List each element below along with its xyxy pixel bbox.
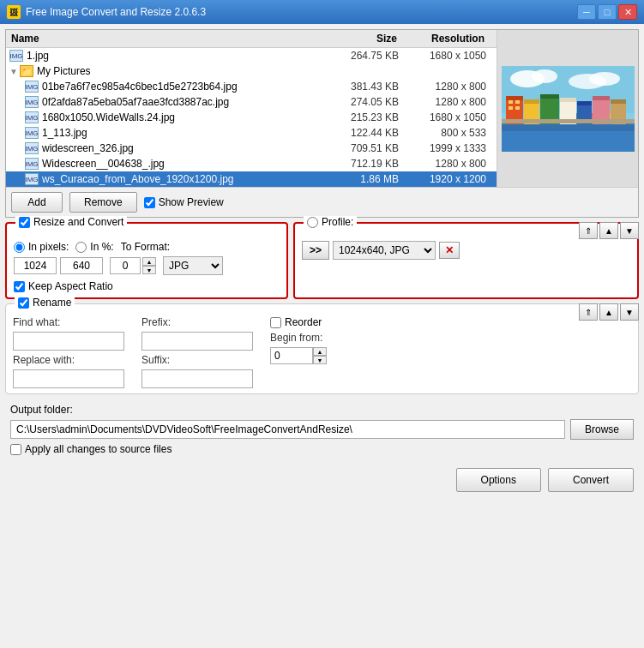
percent-up-button[interactable]: ▲	[142, 257, 156, 266]
resize-convert-section: Resize and Convert In pixels: In %: To F…	[5, 222, 288, 299]
file-icon: IMG	[25, 158, 39, 170]
file-size: 381.43 KB	[330, 81, 407, 93]
resize-profile-row: Resize and Convert In pixels: In %: To F…	[5, 222, 639, 299]
svg-rect-21	[509, 100, 513, 104]
file-size: 215.23 KB	[330, 111, 407, 123]
percent-input[interactable]	[110, 257, 141, 274]
output-path-row: Browse	[10, 419, 634, 440]
title-bar: 🖼 Free Image Convert and Resize 2.0.6.3 …	[0, 0, 644, 24]
rename-up-up-button[interactable]: ⇑	[579, 303, 598, 321]
file-item[interactable]: IMG 01be7a6f7ec985a4c6bec1d5e2723b64.jpg…	[6, 79, 497, 94]
remove-button[interactable]: Remove	[69, 192, 137, 213]
reorder-checkbox-label[interactable]: Reorder	[270, 316, 327, 328]
section-up-button[interactable]: ▲	[599, 222, 618, 239]
rename-wrapper: Rename Find what: Replace with: Prefix: …	[5, 303, 639, 394]
apply-all-changes-checkbox[interactable]	[10, 444, 21, 455]
svg-rect-18	[593, 96, 610, 100]
section-up-up-button[interactable]: ⇑	[579, 222, 598, 239]
rename-down-button[interactable]: ▼	[620, 303, 639, 321]
rename-title: Rename	[15, 297, 75, 309]
file-item[interactable]: IMG Widescreen__004638_.jpg 712.19 KB 12…	[6, 156, 497, 171]
file-item[interactable]: IMG ws_Curacao_from_Above_1920x1200.jpg …	[6, 171, 497, 187]
file-item[interactable]: IMG widescreen_326.jpg 709.51 KB 1999 x …	[6, 141, 497, 156]
find-what-label: Find what:	[13, 316, 124, 328]
file-name: 0f2afda87a5eba05af7aae3fcd3887ac.jpg	[42, 96, 330, 108]
find-what-input[interactable]	[13, 332, 124, 351]
show-preview-checkbox-label[interactable]: Show Preview	[144, 196, 224, 208]
show-preview-checkbox[interactable]	[144, 197, 155, 208]
file-size: 712.19 KB	[330, 158, 407, 170]
file-size: 122.44 KB	[330, 127, 407, 139]
height-input[interactable]	[60, 257, 103, 274]
file-size: 274.05 KB	[330, 96, 407, 108]
rename-checkbox[interactable]	[18, 297, 29, 309]
file-list-controls: Add Remove Show Preview	[6, 187, 638, 217]
file-section: Name Size Resolution IMG 1.jpg 264.75 KB…	[5, 29, 639, 218]
in-percent-radio-label[interactable]: In %:	[75, 241, 113, 253]
prefix-input[interactable]	[141, 332, 253, 351]
begin-from-down-button[interactable]: ▼	[313, 356, 327, 364]
apply-all-changes-label[interactable]: Apply all changes to source files	[10, 443, 634, 455]
format-select[interactable]: JPG PNG BMP GIF TIFF	[163, 256, 223, 275]
close-button[interactable]: ✕	[618, 4, 637, 20]
profile-radio[interactable]	[307, 217, 318, 228]
rename-checkbox-label[interactable]: Rename	[18, 297, 71, 309]
file-icon: IMG	[25, 127, 39, 139]
svg-rect-22	[515, 100, 520, 104]
prefix-suffix-col: Prefix: Suffix:	[141, 316, 253, 388]
convert-button[interactable]: Convert	[548, 468, 634, 492]
prefix-label: Prefix:	[141, 316, 253, 328]
keep-aspect-checkbox[interactable]	[14, 281, 25, 292]
file-icon: IMG	[25, 111, 39, 123]
maximize-button[interactable]: □	[598, 4, 617, 20]
begin-from-group: ▲ ▼	[270, 347, 327, 364]
file-item[interactable]: IMG 1_113.jpg 122.44 KB 800 x 533	[6, 125, 497, 141]
add-button[interactable]: Add	[11, 192, 63, 213]
file-item[interactable]: IMG 1.jpg 264.75 KB 1680 x 1050	[6, 48, 497, 63]
svg-rect-20	[611, 99, 626, 104]
section-arrows: ⇑ ▲ ▼	[579, 222, 639, 239]
resize-convert-title: Resize and Convert	[15, 216, 127, 228]
percent-spinner[interactable]: ▲ ▼	[142, 257, 156, 274]
section-down-button[interactable]: ▼	[620, 222, 639, 239]
column-name: Name	[11, 33, 328, 45]
begin-from-spinner[interactable]: ▲ ▼	[313, 347, 327, 364]
remove-profile-button[interactable]: ✕	[439, 242, 460, 259]
svg-point-2	[532, 69, 557, 83]
expand-icon: ▼	[9, 67, 18, 76]
begin-from-input[interactable]	[270, 347, 313, 364]
browse-button[interactable]: Browse	[570, 419, 634, 440]
file-item[interactable]: IMG 0f2afda87a5eba05af7aae3fcd3887ac.jpg…	[6, 94, 497, 110]
file-name: ws_Curacao_from_Above_1920x1200.jpg	[42, 173, 330, 185]
profile-radio-label[interactable]: Profile:	[307, 216, 353, 228]
resize-convert-checkbox[interactable]	[19, 217, 30, 228]
percent-down-button[interactable]: ▼	[142, 266, 156, 274]
suffix-input[interactable]	[141, 369, 253, 388]
minimize-button[interactable]: ─	[577, 4, 596, 20]
file-icon: IMG	[25, 96, 39, 108]
main-container: Name Size Resolution IMG 1.jpg 264.75 KB…	[0, 24, 644, 648]
in-pixels-radio-label[interactable]: In pixels:	[14, 241, 69, 253]
options-button[interactable]: Options	[456, 468, 541, 492]
in-percent-radio[interactable]	[75, 242, 87, 253]
keep-aspect-checkbox-label[interactable]: Keep Aspect Ratio	[14, 280, 280, 292]
file-list-container[interactable]: Name Size Resolution IMG 1.jpg 264.75 KB…	[6, 30, 497, 187]
to-format-label: To Format:	[121, 241, 170, 253]
file-items-list[interactable]: IMG 1.jpg 264.75 KB 1680 x 1050 ▼ 📁 My P…	[6, 48, 497, 187]
keep-aspect-row: Keep Aspect Ratio	[14, 280, 280, 292]
file-name: My Pictures	[37, 65, 330, 77]
begin-from-up-button[interactable]: ▲	[313, 347, 327, 356]
in-pixels-radio[interactable]	[14, 242, 25, 253]
svg-rect-14	[560, 98, 576, 102]
width-input[interactable]	[14, 257, 57, 274]
output-path-input[interactable]	[10, 420, 565, 439]
add-profile-button[interactable]: >>	[302, 241, 329, 260]
resize-inputs-row: In pixels: In %: To Format:	[14, 241, 280, 253]
file-item[interactable]: ▼ 📁 My Pictures	[6, 63, 497, 79]
profile-select[interactable]: 1024x640, JPG	[333, 241, 436, 260]
reorder-checkbox[interactable]	[270, 317, 281, 328]
rename-up-button[interactable]: ▲	[599, 303, 618, 321]
file-item[interactable]: IMG 1680x1050.WideWalls.24.jpg 215.23 KB…	[6, 110, 497, 125]
replace-with-input[interactable]	[13, 369, 124, 388]
resize-convert-checkbox-label[interactable]: Resize and Convert	[19, 216, 123, 228]
